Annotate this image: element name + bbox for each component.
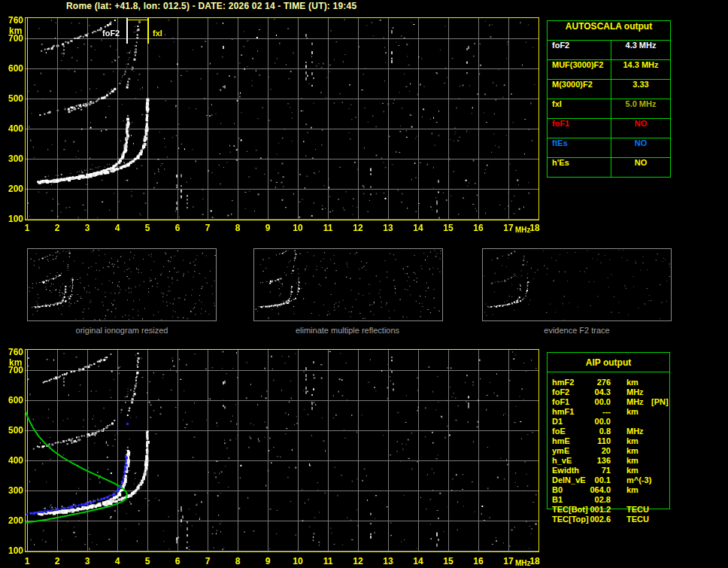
- aip-row-DelN_vE: DelN_vE00.1m^(-3): [547, 475, 682, 485]
- aip-row-TEC[Bot]: TEC[Bot]001.2TECU: [547, 505, 682, 515]
- y-tick-bottom-500: 500: [3, 425, 23, 436]
- autoscala-value: 3.33: [611, 80, 670, 99]
- x-tick-top-10: 10: [287, 223, 309, 233]
- x-tick-bottom-8: 8: [226, 556, 249, 566]
- y-tick-bottom-600: 600: [3, 395, 23, 405]
- thumbnail-original-canvas: [28, 249, 216, 320]
- x-tick-bottom-7: 7: [196, 556, 219, 566]
- x-tick-top-3: 3: [76, 223, 99, 233]
- x-tick-top-15: 15: [437, 223, 460, 233]
- aip-row-foF1: foF100.0MHz[PN]: [547, 397, 682, 407]
- x-tick-top-5: 5: [136, 223, 159, 233]
- thumbnail-evidence-f2: [482, 248, 672, 321]
- x-tick-bottom-1: 1: [16, 556, 38, 566]
- autoscala-label: ftEs: [548, 138, 611, 157]
- fxi-marker-label: fxI: [153, 29, 162, 38]
- y-tick-bottom-400: 400: [3, 455, 23, 466]
- autoscala-value: NO: [611, 119, 670, 138]
- autoscala-row-M(3000)F2: M(3000)F23.33: [548, 80, 670, 99]
- aip-row-B0: B0064.0km: [547, 485, 682, 495]
- autoscala-value: NO: [611, 138, 670, 157]
- autoscala-row-ftEs: ftEsNO: [548, 138, 670, 158]
- thumbnail-caption-original: original ionogram resized: [76, 326, 168, 335]
- x-tick-top-14: 14: [407, 223, 429, 233]
- aip-row-hmE: hmE110km: [547, 436, 682, 446]
- thumbnail-original-ionogram: [27, 248, 217, 321]
- autoscala-output-table: AUTOSCALA output foF24.3 MHzMUF(3000)F21…: [547, 20, 671, 178]
- bottom-ionogram-canvas: [25, 348, 539, 553]
- autoscala-label: fxI: [548, 99, 611, 118]
- x-tick-bottom-12: 12: [347, 556, 369, 566]
- autoscala-screen: Rome (lat: +41.8, lon: 012.5) - DATE: 20…: [0, 0, 728, 568]
- y-tick-top-760: 760: [3, 15, 23, 26]
- thumbnail-evidence-canvas: [483, 249, 671, 320]
- aip-row-Ewidth: Ewidth71km: [547, 466, 682, 475]
- aip-row-TEC[Top]: TEC[Top]002.6TECU: [547, 515, 682, 524]
- autoscala-table-header: AUTOSCALA output: [548, 21, 670, 41]
- autoscala-row-h'Es: h'EsNO: [548, 158, 670, 177]
- x-tick-bottom-14: 14: [407, 556, 429, 566]
- x-unit-top: MHz: [515, 226, 531, 234]
- x-tick-bottom-5: 5: [136, 556, 159, 566]
- autoscala-row-foF2: foF24.3 MHz: [548, 41, 670, 60]
- y-unit-bottom: km: [9, 357, 22, 368]
- x-tick-bottom-10: 10: [287, 556, 309, 566]
- x-tick-top-8: 8: [226, 223, 249, 233]
- aip-row-foE: foE0.8MHz: [547, 427, 682, 436]
- x-tick-bottom-11: 11: [317, 556, 339, 566]
- y-unit-top: km: [9, 26, 22, 36]
- autoscala-row-fxI: fxI5.0 MHz: [548, 99, 670, 119]
- thumbnail-caption-evidence: evidence F2 trace: [544, 326, 609, 335]
- autoscala-label: foF2: [548, 41, 611, 59]
- x-tick-top-11: 11: [317, 223, 339, 233]
- x-tick-bottom-13: 13: [377, 556, 399, 566]
- x-tick-bottom-4: 4: [106, 556, 129, 566]
- y-tick-top-400: 400: [3, 123, 23, 134]
- autoscala-value: 4.3 MHz: [611, 41, 670, 59]
- fof2-marker-label: foF2: [102, 29, 120, 38]
- aip-row-D1: D100.0: [547, 417, 682, 427]
- x-tick-top-6: 6: [166, 223, 189, 233]
- aip-output-rows: hmF2276kmfoF204.3MHzfoF100.0MHz[PN]hmF1-…: [547, 378, 682, 524]
- x-tick-bottom-3: 3: [76, 556, 99, 566]
- aip-row-h_vE: h_vE136km: [547, 456, 682, 466]
- aip-row-B1: B102.8: [547, 495, 682, 505]
- aip-row-foF2: foF204.3MHz: [547, 387, 682, 397]
- x-tick-bottom-16: 16: [467, 556, 490, 566]
- x-tick-top-7: 7: [196, 223, 219, 233]
- aip-row-hmF2: hmF2276km: [547, 378, 682, 387]
- y-tick-top-300: 300: [3, 153, 23, 164]
- autoscala-row-foF1: foF1NO: [548, 119, 670, 138]
- x-tick-top-1: 1: [16, 223, 38, 233]
- x-unit-bottom: MHz: [515, 559, 531, 567]
- thumbnail-caption-eliminate: eliminate multiple reflections: [296, 326, 399, 335]
- y-tick-bottom-760: 760: [3, 347, 23, 357]
- autoscala-value: NO: [611, 158, 670, 177]
- x-tick-top-12: 12: [347, 223, 369, 233]
- page-title: Rome (lat: +41.8, lon: 012.5) - DATE: 20…: [66, 1, 356, 11]
- autoscala-label: MUF(3000)F2: [548, 60, 611, 79]
- y-tick-top-500: 500: [3, 93, 23, 104]
- y-tick-top-200: 200: [3, 184, 23, 194]
- autoscala-value: 5.0 MHz: [611, 99, 670, 118]
- autoscala-label: foF1: [548, 119, 611, 138]
- autoscala-row-MUF(3000)F2: MUF(3000)F214.3 MHz: [548, 60, 670, 80]
- aip-table-header: AIP output: [548, 357, 669, 372]
- y-tick-bottom-300: 300: [3, 485, 23, 496]
- x-tick-top-13: 13: [377, 223, 399, 233]
- y-tick-top-600: 600: [3, 63, 23, 74]
- x-tick-top-9: 9: [256, 223, 279, 233]
- x-tick-bottom-6: 6: [166, 556, 189, 566]
- thumbnail-eliminate-reflections: [253, 248, 443, 321]
- autoscala-label: M(3000)F2: [548, 80, 611, 99]
- aip-row-ymE: ymE20km: [547, 446, 682, 456]
- x-tick-top-2: 2: [46, 223, 68, 233]
- top-ionogram-canvas: [25, 17, 539, 220]
- x-tick-bottom-2: 2: [46, 556, 68, 566]
- y-tick-bottom-100: 100: [3, 545, 23, 556]
- x-tick-bottom-9: 9: [256, 556, 279, 566]
- autoscala-label: h'Es: [548, 158, 611, 177]
- x-tick-bottom-15: 15: [437, 556, 460, 566]
- x-tick-top-4: 4: [106, 223, 129, 233]
- x-tick-top-16: 16: [467, 223, 490, 233]
